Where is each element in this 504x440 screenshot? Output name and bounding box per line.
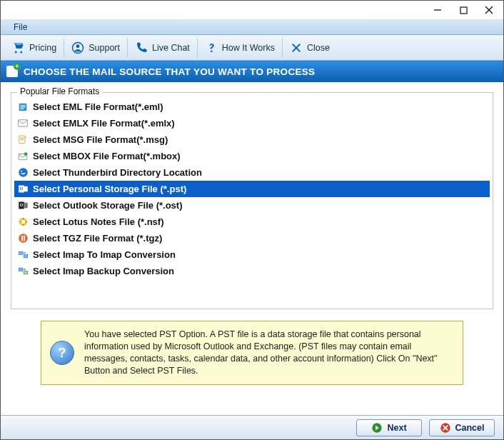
content-area: Popular File Formats Select EML File For… bbox=[1, 82, 503, 385]
howitworks-label: How It Works bbox=[222, 43, 275, 53]
support-label: Support bbox=[89, 43, 120, 53]
format-option-tgz[interactable]: Select TGZ File Format (*.tgz) bbox=[14, 230, 490, 246]
format-option-label: Select Imap Backup Conversion bbox=[33, 266, 174, 276]
info-icon: ? bbox=[50, 341, 74, 365]
pricing-label: Pricing bbox=[29, 43, 56, 53]
next-label: Next bbox=[387, 423, 406, 433]
format-option-lotus[interactable]: Select Lotus Notes File (*.nsf) bbox=[14, 214, 490, 230]
svg-text:O: O bbox=[19, 203, 23, 207]
format-option-emlx[interactable]: Select EMLX File Format(*.emlx) bbox=[14, 115, 490, 131]
formats-list: Select EML File Format(*.eml)Select EMLX… bbox=[14, 99, 490, 279]
emlx-icon bbox=[17, 118, 29, 129]
format-option-label: Select MBOX File Format(*.mbox) bbox=[33, 151, 181, 161]
info-text: You have selected PST Option. A PST file… bbox=[84, 329, 454, 377]
close-button[interactable]: Close bbox=[283, 38, 337, 58]
svg-rect-30 bbox=[22, 236, 23, 241]
lotus-icon bbox=[17, 216, 29, 228]
user-icon bbox=[71, 41, 84, 54]
format-option-label: Select Personal Storage File (*.pst) bbox=[33, 184, 186, 194]
section-header: CHOOSE THE MAIL SOURCE THAT YOU WANT TO … bbox=[1, 61, 503, 82]
svg-rect-14 bbox=[21, 137, 24, 138]
formats-group: Popular File Formats Select EML File For… bbox=[11, 92, 493, 309]
format-option-mbox[interactable]: Select MBOX File Format(*.mbox) bbox=[14, 148, 490, 164]
imap-icon bbox=[17, 249, 29, 261]
svg-point-17 bbox=[24, 152, 28, 156]
pst-icon: O bbox=[17, 184, 29, 195]
menu-bar: File bbox=[1, 19, 503, 35]
format-option-label: Select EML File Format(*.eml) bbox=[33, 101, 163, 112]
format-option-label: Select EMLX File Format(*.emlx) bbox=[33, 118, 175, 129]
svg-rect-32 bbox=[24, 255, 28, 258]
svg-point-18 bbox=[19, 168, 28, 177]
close-window-button[interactable] bbox=[476, 1, 502, 19]
section-title: CHOOSE THE MAIL SOURCE THAT YOU WANT TO … bbox=[24, 66, 315, 77]
maximize-button[interactable] bbox=[450, 1, 476, 19]
format-option-ost[interactable]: OSelect Outlook Storage File (*.ost) bbox=[14, 197, 490, 214]
thunderbird-icon bbox=[17, 167, 29, 179]
close-icon bbox=[290, 41, 303, 54]
format-option-imapbackup[interactable]: Select Imap Backup Conversion bbox=[14, 263, 490, 279]
svg-rect-33 bbox=[19, 268, 23, 271]
livechat-button[interactable]: Live Chat bbox=[128, 38, 198, 58]
support-button[interactable]: Support bbox=[64, 38, 128, 58]
format-option-msg[interactable]: Select MSG File Format(*.msg) bbox=[14, 131, 490, 148]
svg-point-19 bbox=[21, 171, 22, 172]
toolbar: Pricing Support Live Chat How It Works C… bbox=[1, 35, 503, 61]
format-option-label: Select Outlook Storage File (*.ost) bbox=[33, 200, 182, 211]
svg-rect-9 bbox=[21, 105, 26, 106]
svg-rect-25 bbox=[24, 203, 28, 209]
pricing-button[interactable]: Pricing bbox=[5, 38, 64, 58]
format-option-label: Select Imap To Imap Conversion bbox=[33, 249, 176, 260]
cancel-button[interactable]: Cancel bbox=[429, 419, 495, 436]
window-titlebar bbox=[1, 1, 503, 19]
format-option-label: Select TGZ File Format (*.tgz) bbox=[33, 233, 162, 244]
svg-point-5 bbox=[76, 44, 80, 48]
arrow-right-icon bbox=[371, 422, 383, 434]
howitworks-button[interactable]: How It Works bbox=[198, 38, 283, 58]
minimize-button[interactable] bbox=[425, 1, 450, 19]
cancel-label: Cancel bbox=[455, 423, 485, 433]
next-button[interactable]: Next bbox=[356, 419, 422, 436]
format-option-pst[interactable]: OSelect Personal Storage File (*.pst) bbox=[14, 181, 490, 197]
page-icon bbox=[6, 66, 18, 77]
format-option-thunderbird[interactable]: Select Thunderbird Directory Location bbox=[14, 164, 490, 181]
svg-rect-22 bbox=[24, 186, 28, 192]
svg-rect-1 bbox=[460, 7, 467, 14]
svg-rect-34 bbox=[24, 271, 28, 274]
svg-rect-15 bbox=[21, 139, 24, 139]
eml-icon bbox=[17, 101, 29, 113]
svg-rect-11 bbox=[21, 108, 24, 109]
cart-icon bbox=[12, 41, 25, 54]
info-panel: ? You have selected PST Option. A PST fi… bbox=[41, 321, 463, 385]
menu-file[interactable]: File bbox=[8, 21, 33, 34]
ost-icon: O bbox=[17, 200, 29, 211]
mbox-icon bbox=[17, 151, 29, 162]
tgz-icon bbox=[17, 233, 29, 244]
msg-icon bbox=[17, 134, 29, 146]
cancel-icon bbox=[440, 422, 451, 434]
close-label: Close bbox=[307, 43, 330, 53]
question-icon bbox=[205, 41, 218, 54]
format-option-imap[interactable]: Select Imap To Imap Conversion bbox=[14, 246, 490, 263]
svg-rect-12 bbox=[19, 119, 28, 126]
format-option-label: Select MSG File Format(*.msg) bbox=[33, 134, 168, 145]
phone-icon bbox=[135, 41, 148, 54]
svg-rect-10 bbox=[21, 106, 26, 107]
format-option-label: Select Lotus Notes File (*.nsf) bbox=[33, 216, 163, 227]
svg-rect-31 bbox=[19, 251, 23, 254]
livechat-label: Live Chat bbox=[152, 43, 190, 53]
group-legend: Popular File Formats bbox=[17, 86, 102, 96]
footer-bar: Next Cancel bbox=[1, 415, 503, 439]
svg-text:O: O bbox=[19, 186, 23, 191]
imapbackup-icon bbox=[17, 266, 29, 277]
format-option-label: Select Thunderbird Directory Location bbox=[33, 167, 202, 178]
format-option-eml[interactable]: Select EML File Format(*.eml) bbox=[14, 99, 490, 115]
svg-point-27 bbox=[21, 220, 25, 224]
